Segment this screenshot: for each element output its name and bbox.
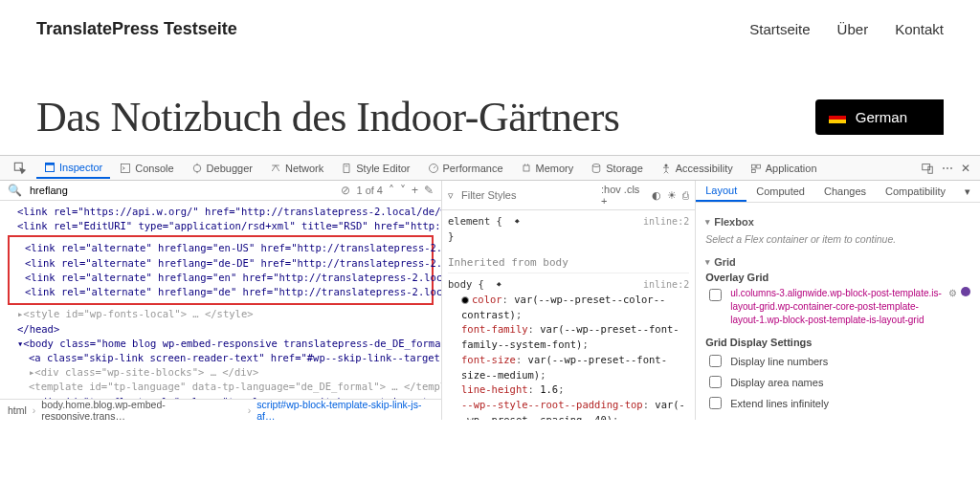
- svg-rect-3: [122, 164, 130, 172]
- tab-inspector[interactable]: Inspector: [36, 158, 110, 179]
- contrast-icon[interactable]: ☀: [667, 189, 677, 202]
- filter-icon: ▿: [448, 189, 454, 202]
- section-flexbox[interactable]: Flexbox: [705, 216, 970, 228]
- page-heading: Das Notizbuch des Indoor-Gärtners: [36, 93, 619, 142]
- tab-style-editor[interactable]: Style Editor: [333, 159, 417, 178]
- search-count: 1 of 4: [356, 185, 383, 196]
- svg-rect-15: [751, 164, 755, 168]
- section-grid[interactable]: Grid: [705, 256, 970, 268]
- main-nav: Startseite Über Kontakt: [749, 21, 944, 37]
- highlighted-hreflang-block: <link rel="alternate" hreflang="en-US" h…: [8, 235, 434, 305]
- nav-kontakt[interactable]: Kontakt: [895, 21, 944, 37]
- svg-line-9: [434, 165, 435, 167]
- language-switcher[interactable]: German: [815, 99, 944, 135]
- clear-search-icon[interactable]: ⊘: [341, 184, 350, 197]
- html-search-input[interactable]: [28, 184, 335, 197]
- html-tree[interactable]: <link rel="https://api.w.org/" href="htt…: [0, 201, 441, 399]
- tab-performance[interactable]: Performance: [420, 159, 511, 178]
- edit-icon[interactable]: ✎: [424, 184, 434, 197]
- search-icon: 🔍: [8, 184, 22, 197]
- tab-memory[interactable]: Memory: [513, 159, 582, 178]
- add-icon[interactable]: +: [412, 184, 418, 197]
- tab-storage[interactable]: Storage: [583, 159, 651, 178]
- nav-ueber[interactable]: Über: [837, 21, 869, 37]
- svg-point-14: [664, 164, 667, 166]
- responsive-icon[interactable]: [921, 162, 934, 175]
- tab-application[interactable]: Application: [743, 159, 825, 178]
- chk-line-numbers[interactable]: Display line numbers: [705, 352, 970, 370]
- sidebar-tabs: Layout Computed Changes Compatibility ▾: [696, 181, 980, 203]
- devtools: Inspector Console Debugger Network Style…: [0, 155, 980, 420]
- breadcrumb[interactable]: html› body.home.blog.wp-embed-responsive…: [0, 399, 441, 420]
- grid-overlay-item[interactable]: ul.columns-3.alignwide.wp-block-post-tem…: [705, 287, 970, 327]
- print-icon[interactable]: ⎙: [682, 189, 689, 201]
- side-tab-compat[interactable]: Compatibility: [876, 182, 955, 201]
- side-tab-changes[interactable]: Changes: [814, 182, 876, 201]
- flag-de-icon: [829, 112, 846, 123]
- search-next-icon[interactable]: ˅: [400, 184, 406, 197]
- svg-rect-16: [756, 164, 760, 168]
- close-icon[interactable]: ✕: [961, 162, 970, 175]
- nav-startseite[interactable]: Startseite: [749, 21, 810, 37]
- pseudo-classes[interactable]: :hov .cls +: [601, 184, 646, 207]
- chk-area-names[interactable]: Display area names: [705, 373, 970, 391]
- light-dark-icon[interactable]: ◐: [652, 189, 661, 202]
- more-icon[interactable]: ⋯: [942, 162, 953, 175]
- svg-rect-17: [751, 169, 755, 172]
- devtools-tabs: Inspector Console Debugger Network Style…: [0, 156, 980, 181]
- tab-console[interactable]: Console: [112, 159, 181, 178]
- filter-styles-input[interactable]: [459, 188, 595, 202]
- tab-network[interactable]: Network: [262, 159, 331, 178]
- flexbox-hint: Select a Flex container or item to conti…: [705, 231, 970, 249]
- side-tab-computed[interactable]: Computed: [746, 182, 814, 201]
- gear-icon[interactable]: ⚙: [948, 287, 957, 300]
- search-prev-icon[interactable]: ˄: [389, 184, 394, 197]
- chk-extend-lines[interactable]: Extend lines infinitely: [705, 394, 970, 412]
- language-label: German: [856, 109, 907, 125]
- tab-debugger[interactable]: Debugger: [184, 159, 260, 178]
- site-title[interactable]: TranslatePress Testseite: [36, 19, 237, 39]
- svg-point-4: [193, 164, 201, 172]
- styles-pane[interactable]: element { 🞙inline:2 } Inherited from bod…: [442, 210, 695, 420]
- svg-rect-2: [46, 163, 55, 164]
- svg-point-13: [593, 164, 601, 166]
- picker-icon[interactable]: [6, 158, 34, 179]
- tab-accessibility[interactable]: Accessibility: [653, 159, 741, 178]
- svg-rect-10: [523, 165, 529, 171]
- more-tabs-icon[interactable]: ▾: [955, 182, 980, 202]
- side-tab-layout[interactable]: Layout: [696, 181, 746, 202]
